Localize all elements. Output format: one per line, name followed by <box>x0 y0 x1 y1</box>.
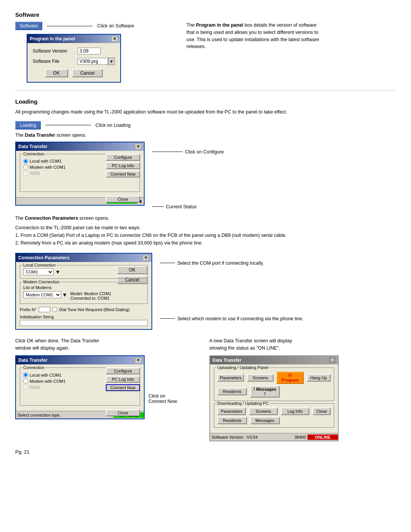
loading-arrow-line <box>45 125 91 125</box>
click-ok-desc1: Click OK when done. The Data Transfer <box>15 338 99 343</box>
dt-radio-isdn-label: ISDN <box>30 171 40 176</box>
cp-modem-label: Modem Connection <box>22 280 60 284</box>
dialog-close-button[interactable]: ✕ <box>111 36 118 42</box>
cp-prefix-input[interactable] <box>39 307 50 312</box>
dt2-titlebar: Data Transfer ✕ <box>16 356 144 364</box>
dt-connectnow-btn[interactable]: Connect Now <box>106 171 140 177</box>
dt3-params-btn[interactable]: Parameters <box>217 374 244 382</box>
software-button[interactable]: Software <box>15 22 42 30</box>
data-transfer-layout: Data Transfer ✕ Connection Local with CO… <box>15 142 396 209</box>
cp-model-label: Model: Modem COM1 <box>70 291 112 296</box>
modem-arrow-line <box>160 318 175 319</box>
section-divider <box>15 90 396 91</box>
cp-modem-conn-group: Modem Connection List of Modems Modem CO… <box>20 282 148 304</box>
dt-close-btn[interactable]: ✕ <box>135 144 142 150</box>
dt2-dialog: Data Transfer ✕ Connection Local with CO… <box>15 355 145 419</box>
cp-local-label: Local Connection <box>22 263 56 267</box>
cp-close-btn[interactable]: ✕ <box>142 255 149 261</box>
cp-connected-label: Connected to: COM1 <box>70 296 112 300</box>
dt-radio-modem-input[interactable] <box>23 165 28 170</box>
dialog-body: Software Version Software File ▼ OK <box>27 43 120 82</box>
software-version-input[interactable] <box>78 48 100 54</box>
dialog-cancel-button[interactable]: Cancel <box>72 69 103 77</box>
dt3-upload-label: Uploading / Updating Panel <box>217 365 269 370</box>
dt2-status-text: Select connection type. <box>16 413 113 417</box>
dt3-dl-params-btn[interactable]: Parameters <box>217 407 246 415</box>
loading-intro-text: All programming changes made using the T… <box>15 109 396 116</box>
dt2-configure-btn[interactable]: Configure <box>106 367 140 374</box>
dt3-screens-btn[interactable]: Screens <box>247 374 274 382</box>
dt2-conn-label: Connection <box>22 365 45 370</box>
new-dt-desc1: A new Data Transfer screen will display <box>209 338 292 343</box>
dt2-radio-modem-input[interactable] <box>23 379 28 383</box>
dt3-dl-residents-btn[interactable]: Residents <box>217 417 247 424</box>
dt-configure-btn[interactable]: Configure <box>106 154 140 161</box>
cp-titlebar: Connection Parameters ✕ <box>16 254 151 262</box>
dt3-close-dialog-btn[interactable]: Close <box>312 407 331 415</box>
dt3-speed-text: 38400 <box>294 435 306 439</box>
program-in-panel-dialog: Program in the panel ✕ Software Version … <box>27 34 121 83</box>
dt2-pcloginfo-btn[interactable]: PC Log Info <box>106 376 140 383</box>
dt3-loginfo-btn[interactable]: Log Info <box>281 407 309 415</box>
loading-arrow <box>45 125 91 125</box>
dialog-buttons: OK Cancel <box>33 69 115 77</box>
dt2-close-btn[interactable]: ✕ <box>135 357 142 363</box>
dt-close-dialog-btn[interactable]: Close <box>106 196 140 203</box>
software-click-label: Click on Software <box>97 23 134 29</box>
dt3-hangup-btn[interactable]: Hang Up <box>307 374 331 382</box>
dt2-close-dialog-btn[interactable]: Close <box>106 409 140 416</box>
cp-modem-select[interactable]: Modem COM1 <box>23 291 61 298</box>
software-file-label: Software File <box>33 59 75 64</box>
dt-bold: Data Transfer <box>25 133 55 138</box>
dialog-title: Program in the panel <box>30 36 75 42</box>
dt-radio-local-label: Local with COM1 <box>30 159 62 163</box>
cp-com1-select[interactable]: COM1 <box>23 268 54 275</box>
dt2-connectnow-btn[interactable]: Connect Now <box>106 384 140 391</box>
modem-annotation-row: Select which modem to use if connecting … <box>160 316 303 321</box>
software-file-input[interactable] <box>78 58 108 65</box>
loading-btn-row: Loading Click on Loading <box>15 121 396 129</box>
com-annotation: Select the COM port if connecting locall… <box>177 260 264 266</box>
new-dt-desc2: showing the status as "ON LINE". <box>209 345 280 351</box>
com-annotation-row: Select the COM port if connecting locall… <box>160 260 303 266</box>
dt-radio-local-input[interactable] <box>23 159 28 164</box>
dt-pcloginfo-btn[interactable]: PC Log Info <box>106 162 140 169</box>
dt2-radio-local-input[interactable] <box>23 372 28 377</box>
cp-list-of-modems-label: List of Modems <box>23 285 144 290</box>
dt3-dl-messages-btn[interactable]: Messages <box>250 417 280 424</box>
software-section: Software Software Click on Software Prog… <box>15 11 396 83</box>
dt3-title: Data Transfer <box>212 358 242 363</box>
dt3-dl-screens-btn[interactable]: Screens <box>249 407 277 415</box>
software-file-select-row: ▼ <box>78 58 115 65</box>
dt2-body: Connection Local with COM1 Modem with CO… <box>16 364 144 411</box>
dialog-ok-button[interactable]: OK <box>45 69 68 77</box>
cp-dial-tone-checkbox[interactable] <box>53 307 57 312</box>
software-description: The Program in the panel box details the… <box>186 22 320 50</box>
click-ok-desc2: window will display again. <box>15 345 69 351</box>
cp-init-string-input[interactable] <box>20 320 148 326</box>
dt3-program-btn[interactable]: !!! Program <box>277 372 303 384</box>
dt3-messages-btn[interactable]: ! Messages ! <box>250 385 280 398</box>
loading-button[interactable]: Loading <box>15 121 41 129</box>
loading-section: Loading All programming changes made usi… <box>15 98 396 441</box>
software-file-dropdown-btn[interactable]: ▼ <box>108 58 115 65</box>
dt3-dialog: Data Transfer ✕ Uploading / Updating Pan… <box>209 355 339 441</box>
dt-titlebar: Data Transfer ✕ <box>16 142 144 151</box>
dt-connection-label: Connection <box>22 152 45 156</box>
dt3-titlebar: Data Transfer ✕ <box>210 356 338 364</box>
software-arrow <box>47 26 92 26</box>
conn-desc1: Connection to the TL-2000 panel can be m… <box>15 225 140 230</box>
program-bold: Program in the panel <box>196 22 243 28</box>
dt2-radio-isdn-input <box>23 385 28 390</box>
conn-desc2: 1. From a COM (Serial) Port of a Laptop … <box>15 233 287 238</box>
dt3-close-btn[interactable]: ✕ <box>329 357 336 363</box>
dt3-residents-btn[interactable]: Residents <box>217 388 247 395</box>
arrow-line <box>47 26 92 26</box>
dt-annotations: Click on Configure Current Status <box>152 142 224 209</box>
software-file-row: Software File ▼ <box>33 58 115 65</box>
status-arrow-line <box>152 206 164 207</box>
cp-bold: Connection Parameters <box>25 216 78 221</box>
dt3-upload-row1: Parameters Screens !!! Program Hang Up <box>217 372 331 384</box>
dt3-download-group: Downloading / Updating PC Parameters Scr… <box>214 403 334 428</box>
cp-modem-row: Modem COM1 ▼ Model: Modem COM1 Connected… <box>23 291 144 300</box>
